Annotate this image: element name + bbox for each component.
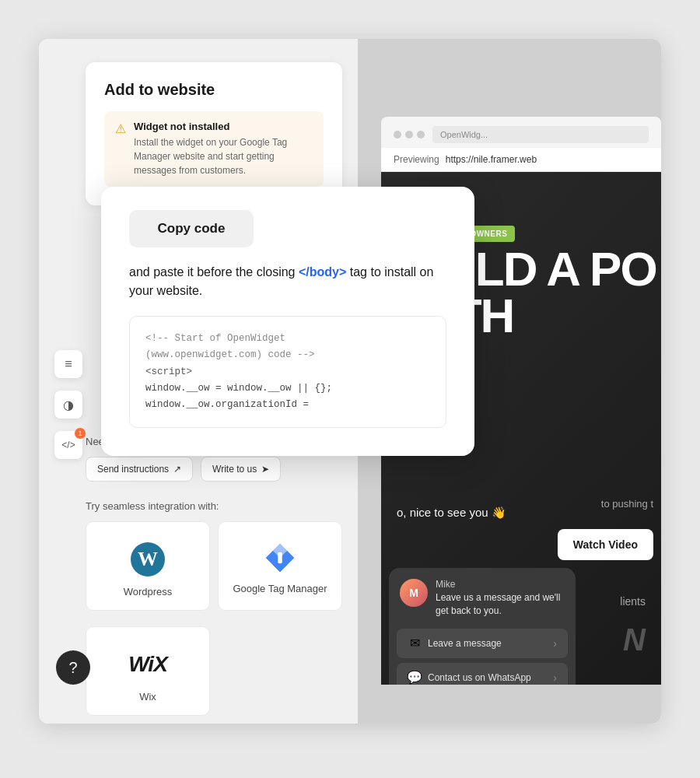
warning-icon: ⚠ [115,121,126,136]
sidebar-icon-document[interactable]: ≡ [54,350,82,378]
wix-logo-text: WiX [128,652,167,677]
agent-info: Mike Leave us a message and we'll get ba… [436,579,565,618]
warning-content: Widget not installed Install the widget … [134,121,313,177]
chat-option-whatsapp[interactable]: 💬 Contact us on WhatsApp › [397,663,568,685]
sidebar-icon-code[interactable]: </> 1 [54,431,82,459]
gtm-icon [263,541,297,575]
clients-text: lients [620,595,646,608]
add-to-website-card: Add to website ⚠ Widget not installed In… [86,62,342,205]
nice-to-see-text: o, nice to see you 👋 [397,506,506,520]
browser-address-bar[interactable]: OpenWidg... [432,126,649,143]
agent-name: Mike [436,579,565,590]
body-tag-text: </body> [299,265,346,279]
copy-code-button[interactable]: Copy code [129,210,254,247]
chat-option-label-whatsapp: Contact us on WhatsApp [428,672,531,683]
svg-rect-5 [278,552,282,564]
arrow-icon: ➤ [261,464,269,475]
to-pushing-text: to pushing t [601,498,653,510]
help-fab-button[interactable]: ? [56,650,90,685]
preview-bar: Previewing https://nile.framer.web [381,148,661,172]
wordpress-icon: W [129,541,166,578]
chat-option-left-message: ✉ Leave a message [408,636,502,650]
chat-option-left-whatsapp: 💬 Contact us on WhatsApp [408,671,531,685]
browser-dot-2 [405,131,413,138]
send-icon: ↗ [173,464,181,475]
whatsapp-icon: 💬 [408,671,422,685]
sidebar-icons: ≡ ◑ </> 1 [54,350,82,459]
chevron-right-icon-1: › [553,637,557,650]
warning-text: Install the widget on your Google Tag Ma… [134,135,313,177]
chat-widget: M Mike Leave us a message and we'll get … [389,568,576,685]
chat-options: ✉ Leave a message › 💬 Contact us on What… [389,626,576,685]
browser-dots [394,131,425,138]
gtm-label: Google Tag Manager [233,583,327,594]
wordpress-label: Wordpress [124,586,173,598]
browser-dot-3 [417,131,425,138]
envelope-icon: ✉ [408,636,422,650]
code-comment-2: (www.openwidget.com) code --> [145,347,430,363]
n-logo: N [623,622,646,657]
watch-video-button[interactable]: Watch Video [558,529,653,560]
add-to-website-title: Add to website [104,81,324,99]
chevron-right-icon-2: › [553,671,557,684]
code-icon: </> [61,440,75,450]
browser-url-text: OpenWidg... [440,130,488,139]
integration-grid: W Wordpress Google Ta [86,521,342,716]
agent-avatar: M [400,579,428,607]
sidebar-icon-palette[interactable]: ◑ [54,391,82,419]
question-icon: ? [68,659,77,677]
code-badge: 1 [75,428,86,439]
chat-option-label-message: Leave a message [428,638,502,649]
browser-dot-1 [394,131,401,138]
chat-option-message[interactable]: ✉ Leave a message › [397,629,568,658]
preview-url: https://nile.framer.web [446,154,537,165]
wix-icon: WiX [129,646,166,683]
warning-title: Widget not installed [134,121,313,132]
document-icon: ≡ [65,357,72,371]
left-bottom: Need help with the installation? Send in… [86,436,342,716]
code-overlay-card: Copy code and paste it before the closin… [101,187,474,456]
help-buttons: Send instructions ↗ Write to us ➤ [86,457,342,482]
preview-label: Previewing [394,154,439,165]
palette-icon: ◑ [63,398,74,412]
svg-text:W: W [138,548,158,570]
code-comment-1: <!-- Start of OpenWidget [145,331,430,347]
wordpress-integration[interactable]: W Wordpress [86,521,210,611]
code-block: <!-- Start of OpenWidget (www.openwidget… [129,316,446,428]
code-script-tag: <script> [145,364,430,380]
wix-label: Wix [139,691,156,703]
left-panel: Add to website ⚠ Widget not installed In… [39,39,373,724]
write-to-us-button[interactable]: Write to us ➤ [201,457,281,482]
send-instructions-button[interactable]: Send instructions ↗ [86,457,193,482]
agent-message: Leave us a message and we'll get back to… [436,591,565,618]
integration-title: Try seamless integration with: [86,500,342,512]
paste-instruction: and paste it before the closing </body> … [129,263,446,300]
code-line-4: window.__ow = window.__ow || {}; [145,380,430,397]
gtm-integration[interactable]: Google Tag Manager [218,521,342,611]
chat-agent-row: M Mike Leave us a message and we'll get … [389,568,576,626]
warning-box: ⚠ Widget not installed Install the widge… [104,111,324,187]
code-line-5: window.__ow.organizationId = [145,397,430,413]
wix-integration[interactable]: WiX Wix [86,626,210,716]
main-container: Add to website ⚠ Widget not installed In… [39,39,661,724]
